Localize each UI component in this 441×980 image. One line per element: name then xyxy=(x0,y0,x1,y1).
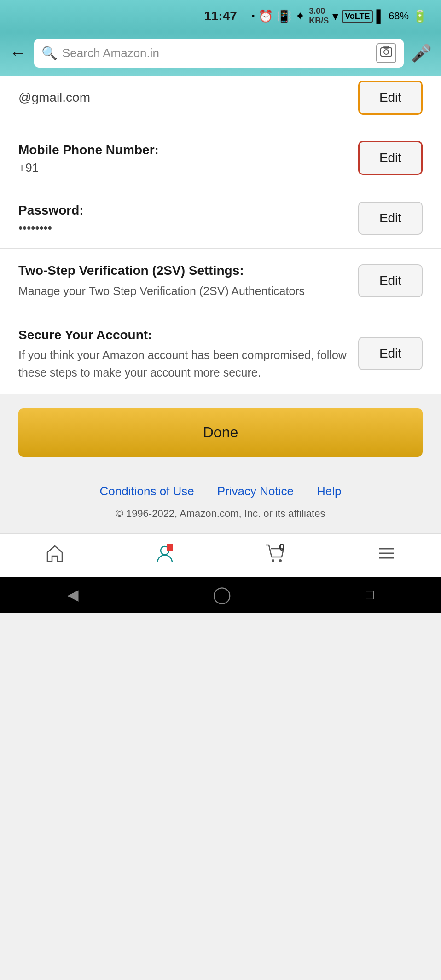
vibrate-icon: 📳 xyxy=(277,9,291,23)
clock-icon: ⏰ xyxy=(258,9,273,23)
battery-percent: 68% xyxy=(389,10,409,22)
wifi-icon: ▾ xyxy=(332,9,338,23)
nav-menu[interactable] xyxy=(376,543,396,568)
cart-count: 0 xyxy=(279,541,284,553)
mobile-phone-row: Mobile Phone Number: +91 Edit xyxy=(0,128,441,188)
password-info: Password: •••••••• xyxy=(18,201,358,235)
svg-point-5 xyxy=(272,559,274,562)
bluetooth-icon: ✦ xyxy=(295,9,305,23)
email-value: @gmail.com xyxy=(18,90,90,105)
status-time: 11:47 xyxy=(204,9,237,23)
done-button[interactable]: Done xyxy=(18,408,423,457)
nav-cart[interactable]: 0 xyxy=(264,543,286,568)
search-icon: 🔍 xyxy=(41,46,58,61)
svg-point-6 xyxy=(279,559,282,562)
password-value: •••••••• xyxy=(18,221,349,235)
two-step-label: Two-Step Verification (2SV) Settings: xyxy=(18,261,349,279)
android-back-button[interactable]: ◀ xyxy=(67,586,79,603)
done-section: Done xyxy=(0,394,441,470)
help-link[interactable]: Help xyxy=(317,484,341,499)
back-button[interactable]: ← xyxy=(9,43,27,63)
secure-account-description: If you think your Amazon account has bee… xyxy=(18,347,349,381)
mobile-phone-value: +91 xyxy=(18,161,349,175)
data-speed: 3.00KB/S xyxy=(309,6,329,26)
search-container[interactable]: 🔍 Search Amazon.in xyxy=(34,39,404,68)
main-content: @gmail.com Edit Mobile Phone Number: +91… xyxy=(0,76,441,394)
two-step-info: Two-Step Verification (2SV) Settings: Ma… xyxy=(18,261,358,300)
password-label: Password: xyxy=(18,201,349,219)
android-nav: ◀ ◯ □ xyxy=(0,577,441,613)
nav-account[interactable] xyxy=(155,543,175,568)
bottom-nav: 0 xyxy=(0,533,441,577)
copyright-text: © 1996-2022, Amazon.com, Inc. or its aff… xyxy=(116,508,325,519)
account-badge xyxy=(167,544,173,551)
privacy-link[interactable]: Privacy Notice xyxy=(217,484,294,499)
email-edit-button[interactable]: Edit xyxy=(358,81,423,115)
android-recents-button[interactable]: □ xyxy=(366,587,374,603)
camera-icon[interactable] xyxy=(376,43,396,63)
two-step-row: Two-Step Verification (2SV) Settings: Ma… xyxy=(0,249,441,313)
secure-account-info: Secure Your Account: If you think your A… xyxy=(18,326,358,381)
mobile-phone-edit-button[interactable]: Edit xyxy=(358,141,423,175)
two-step-description: Manage your Two Step Verification (2SV) … xyxy=(18,283,349,300)
conditions-link[interactable]: Conditions of Use xyxy=(100,484,194,499)
status-bar: 11:47 • ⏰ 📳 ✦ 3.00KB/S ▾ VoLTE ▌ 68% 🔋 xyxy=(0,0,441,32)
secure-account-edit-button[interactable]: Edit xyxy=(358,337,423,370)
password-edit-button[interactable]: Edit xyxy=(358,202,423,235)
search-input-placeholder[interactable]: Search Amazon.in xyxy=(62,46,371,60)
secure-account-row: Secure Your Account: If you think your A… xyxy=(0,313,441,394)
secure-account-label: Secure Your Account: xyxy=(18,326,349,344)
mobile-phone-info: Mobile Phone Number: +91 xyxy=(18,141,358,175)
email-row: @gmail.com Edit xyxy=(0,76,441,128)
svg-point-1 xyxy=(384,50,389,54)
nav-home[interactable] xyxy=(45,543,65,568)
svg-rect-0 xyxy=(381,48,392,56)
mobile-phone-label: Mobile Phone Number: xyxy=(18,141,349,159)
home-icon xyxy=(45,543,65,568)
svg-point-4 xyxy=(167,544,173,551)
footer-copyright: © 1996-2022, Amazon.com, Inc. or its aff… xyxy=(0,503,441,533)
password-row: Password: •••••••• Edit xyxy=(0,188,441,249)
two-step-edit-button[interactable]: Edit xyxy=(358,264,423,297)
status-dot: • xyxy=(252,12,255,21)
battery-icon: 🔋 xyxy=(412,9,427,23)
signal-icon: ▌ xyxy=(377,9,385,23)
status-icons: • ⏰ 📳 ✦ 3.00KB/S ▾ VoLTE ▌ 68% 🔋 xyxy=(252,6,427,26)
android-home-button[interactable]: ◯ xyxy=(213,585,231,604)
volte-icon: VoLTE xyxy=(342,10,372,23)
microphone-icon[interactable]: 🎤 xyxy=(411,44,432,63)
menu-icon xyxy=(376,543,396,568)
footer-links: Conditions of Use Privacy Notice Help xyxy=(0,470,441,503)
search-bar-area: ← 🔍 Search Amazon.in 🎤 xyxy=(0,32,441,76)
